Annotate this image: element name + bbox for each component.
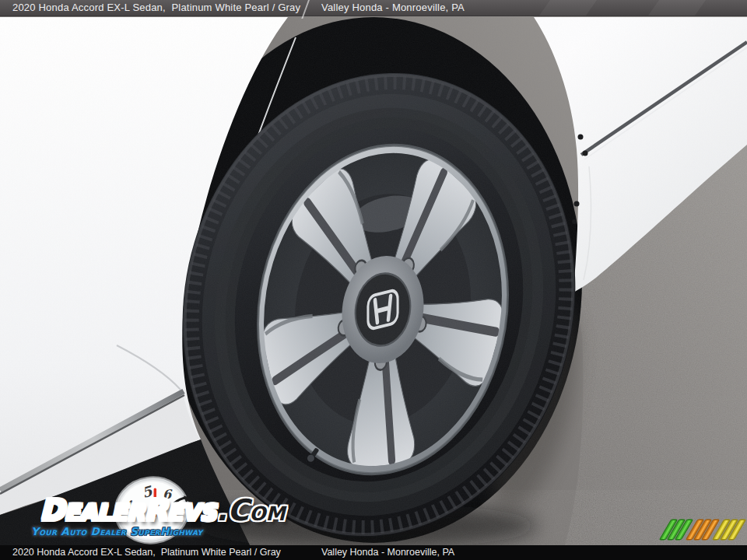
tally-marks-yellow bbox=[719, 520, 739, 539]
dealer-name-caption: Valley Honda - Monroeville, PA bbox=[321, 0, 465, 16]
tally-marks-green bbox=[666, 520, 686, 539]
photo-grain bbox=[0, 16, 747, 560]
caption-separator bbox=[301, 0, 310, 19]
corner-hash-marks-logo bbox=[660, 520, 739, 539]
tally-marks-orange bbox=[693, 520, 713, 539]
brand-dealer-text: Dealer bbox=[40, 493, 144, 527]
vehicle-title-caption: 2020 Honda Accord EX-L Sedan, Platinum W… bbox=[12, 545, 281, 560]
vehicle-title-caption: 2020 Honda Accord EX-L Sedan, Platinum W… bbox=[12, 0, 300, 16]
vehicle-photo bbox=[0, 0, 747, 560]
brand-tld-text: .com bbox=[216, 493, 285, 527]
dealerrevs-brand: DealerRevs.com bbox=[40, 493, 221, 527]
dealer-photo-page: 4 5 6 DealerRevs.com Your Auto Dealer Su… bbox=[0, 0, 747, 560]
bottom-caption-bar: 2020 Honda Accord EX-L Sedan, Platinum W… bbox=[0, 545, 747, 560]
vehicle-photo-canvas bbox=[0, 0, 747, 560]
brand-tagline: Your Auto Dealer SuperHighway bbox=[31, 525, 221, 537]
top-caption-bar: 2020 Honda Accord EX-L Sedan, Platinum W… bbox=[0, 0, 747, 16]
dealer-name-caption: Valley Honda - Monroeville, PA bbox=[321, 545, 454, 560]
dealerrevs-watermark: 4 5 6 DealerRevs.com Your Auto Dealer Su… bbox=[26, 493, 221, 541]
brand-revs-text: Revs bbox=[144, 493, 216, 527]
